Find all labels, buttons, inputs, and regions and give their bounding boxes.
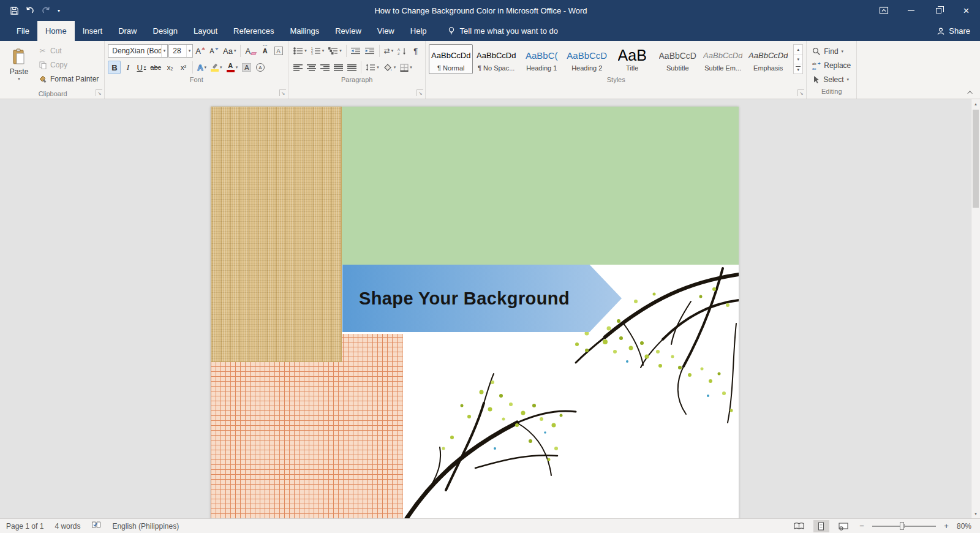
show-formatting-marks-button[interactable]: ¶ — [409, 44, 422, 58]
print-layout-button[interactable] — [813, 520, 829, 532]
increase-indent-button[interactable] — [363, 44, 377, 58]
grow-font-button[interactable]: A — [194, 44, 207, 58]
font-name-combo[interactable]: DengXian (Bod ▾ — [108, 44, 168, 58]
borders-button[interactable]: ▾ — [398, 61, 414, 74]
paragraph-dialog-launcher[interactable]: ↘ — [417, 89, 423, 96]
zoom-level[interactable]: 80% — [957, 522, 971, 531]
change-case-button[interactable]: Aa▾ — [221, 44, 238, 58]
collapse-ribbon-button[interactable] — [967, 89, 975, 96]
tell-me-box[interactable]: Tell me what you want to do — [447, 21, 558, 41]
banner-text[interactable]: Shape Your Background — [359, 289, 570, 309]
proofing-status-button[interactable] — [91, 521, 101, 531]
style-emphasis[interactable]: AaBbCcDd Emphasis — [746, 44, 790, 74]
font-color-button[interactable]: A ▾ — [225, 61, 240, 74]
tab-help[interactable]: Help — [402, 21, 435, 41]
styles-scroll-up-button[interactable]: ▴ — [794, 45, 802, 55]
clear-formatting-button[interactable]: A — [243, 44, 258, 58]
tab-view[interactable]: View — [369, 21, 402, 41]
find-button[interactable]: Find ▾ — [810, 45, 853, 58]
character-border-button[interactable]: A — [272, 44, 285, 58]
font-size-combo[interactable]: 28 ▾ — [168, 44, 193, 58]
bold-button[interactable]: B — [108, 61, 121, 74]
style-no-spacing[interactable]: AaBbCcDd ¶ No Spac... — [474, 44, 518, 74]
undo-button[interactable] — [22, 2, 38, 19]
tab-draw[interactable]: Draw — [110, 21, 145, 41]
copy-button[interactable]: Copy — [36, 58, 101, 72]
highlight-color-button[interactable]: ▾ — [209, 61, 224, 74]
superscript-button[interactable]: x² — [177, 61, 190, 74]
multilevel-list-button[interactable]: ▾ — [326, 44, 344, 58]
read-mode-button[interactable] — [791, 520, 807, 532]
sort-button[interactable]: AZ — [396, 44, 409, 58]
format-painter-button[interactable]: Format Painter — [36, 72, 101, 86]
tab-review[interactable]: Review — [327, 21, 369, 41]
select-button[interactable]: Select ▾ — [810, 73, 853, 86]
zoom-out-button[interactable]: − — [858, 521, 866, 531]
font-dialog-launcher[interactable]: ↘ — [279, 89, 286, 96]
language-status[interactable]: English (Philippines) — [112, 522, 179, 531]
style-heading-2[interactable]: AaBbCcD Heading 2 — [565, 44, 609, 74]
zoom-slider[interactable] — [872, 526, 936, 527]
decrease-indent-button[interactable] — [349, 44, 363, 58]
underline-button[interactable]: U▾ — [135, 61, 148, 74]
texture-rectangle-shape[interactable] — [211, 107, 342, 362]
italic-button[interactable]: I — [121, 61, 134, 74]
share-button[interactable]: Share — [937, 21, 970, 41]
styles-scroll-down-button[interactable]: ▾ — [794, 55, 802, 64]
save-button[interactable] — [6, 2, 22, 19]
scroll-down-button[interactable]: ▾ — [971, 509, 980, 518]
distribute-button[interactable] — [345, 61, 358, 74]
restore-button[interactable] — [925, 0, 952, 21]
tab-home[interactable]: Home — [37, 21, 75, 41]
line-spacing-button[interactable]: ▾ — [364, 61, 381, 74]
styles-dialog-launcher[interactable]: ↘ — [797, 89, 804, 96]
page-number-status[interactable]: Page 1 of 1 — [6, 522, 43, 531]
paste-button[interactable]: Paste ▾ — [4, 43, 34, 87]
text-effects-button[interactable]: A▾ — [195, 61, 208, 74]
subscript-button[interactable]: x₂ — [164, 61, 176, 74]
zoom-slider-thumb[interactable] — [900, 522, 904, 530]
phonetic-guide-button[interactable]: A — [258, 44, 271, 58]
numbering-button[interactable]: 1.2.3. ▾ — [309, 44, 326, 58]
green-rectangle-shape[interactable] — [342, 107, 739, 265]
align-left-button[interactable] — [292, 61, 304, 74]
character-shading-button[interactable]: A — [240, 61, 253, 74]
scrollbar-thumb[interactable] — [973, 110, 979, 208]
strikethrough-button[interactable]: abc — [148, 61, 163, 74]
asian-layout-button[interactable]: ⇄▾ — [382, 44, 396, 58]
redo-button[interactable] — [38, 2, 54, 19]
banner-arrow-shape[interactable]: Shape Your Background — [342, 265, 622, 332]
tab-mailings[interactable]: Mailings — [282, 21, 328, 41]
shrink-font-button[interactable]: A — [208, 44, 221, 58]
align-center-button[interactable] — [305, 61, 318, 74]
tab-insert[interactable]: Insert — [75, 21, 111, 41]
bullets-button[interactable]: ▾ — [292, 44, 309, 58]
tab-layout[interactable]: Layout — [186, 21, 225, 41]
cut-button[interactable]: ✂ Cut — [36, 44, 101, 58]
close-button[interactable]: × — [952, 0, 980, 21]
style-subtitle[interactable]: AaBbCcD Subtitle — [655, 44, 699, 74]
tab-file[interactable]: File — [9, 21, 37, 41]
web-layout-button[interactable] — [835, 520, 851, 532]
align-right-button[interactable] — [318, 61, 331, 74]
tab-design[interactable]: Design — [145, 21, 186, 41]
customize-quick-access-button[interactable]: ▾ — [54, 2, 64, 19]
styles-gallery-more-button[interactable]: ▾ — [794, 64, 802, 74]
zoom-in-button[interactable]: + — [942, 521, 951, 531]
style-subtle-emphasis[interactable]: AaBbCcDd Subtle Em... — [701, 44, 745, 74]
word-count-status[interactable]: 4 words — [55, 522, 80, 531]
ribbon-display-options-button[interactable] — [870, 0, 897, 21]
style-title[interactable]: AaB Title — [610, 44, 654, 74]
vertical-scrollbar[interactable]: ▴ ▾ — [971, 99, 980, 518]
document-page[interactable]: Shape Your Background — [211, 107, 739, 518]
enclose-characters-button[interactable]: A — [254, 61, 266, 74]
tab-references[interactable]: References — [225, 21, 282, 41]
scroll-up-button[interactable]: ▴ — [971, 99, 980, 108]
replace-button[interactable]: abac Replace — [810, 59, 853, 72]
style-normal[interactable]: AaBbCcDd ¶ Normal — [429, 44, 473, 74]
justify-button[interactable] — [332, 61, 345, 74]
shading-button[interactable]: ▾ — [382, 61, 398, 74]
clipboard-dialog-launcher[interactable]: ↘ — [96, 89, 102, 96]
minimize-button[interactable] — [897, 0, 925, 21]
style-heading-1[interactable]: AaBbC( Heading 1 — [519, 44, 564, 74]
